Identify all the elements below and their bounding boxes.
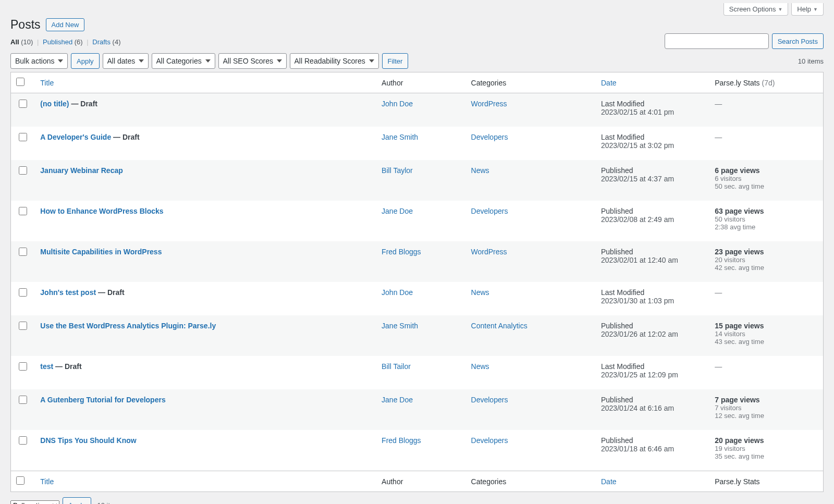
- author-link[interactable]: Fred Bloggs: [382, 248, 421, 256]
- date-status: Last Modified: [601, 100, 704, 108]
- screen-options-label: Screen Options: [729, 5, 776, 13]
- posts-table: Title Author Categories Date Parse.ly St…: [10, 72, 824, 492]
- filter-all-label[interactable]: All: [10, 38, 19, 46]
- table-row: Multisite Capabilities in WordPressFred …: [11, 241, 824, 282]
- category-link[interactable]: Content Analytics: [471, 322, 528, 330]
- help-button[interactable]: Help ▼: [791, 3, 824, 16]
- post-title-link[interactable]: Use the Best WordPress Analytics Plugin:…: [40, 322, 216, 330]
- col-title-header[interactable]: Title: [40, 79, 54, 87]
- category-link[interactable]: WordPress: [471, 248, 507, 256]
- stats-visitors: 6 visitors: [715, 175, 818, 182]
- post-title-link[interactable]: DNS Tips You Should Know: [40, 436, 136, 445]
- date-value: 2023/01/30 at 1:03 pm: [601, 297, 704, 305]
- readability-filter-select[interactable]: All Readability Scores: [290, 53, 379, 69]
- search-input[interactable]: [665, 33, 769, 49]
- date-status: Published: [601, 207, 704, 215]
- seo-filter-select[interactable]: All SEO Scores: [218, 53, 287, 69]
- date-status: Published: [601, 396, 704, 404]
- author-link[interactable]: Jane Smith: [382, 322, 418, 330]
- filter-published-link[interactable]: Published: [43, 38, 72, 46]
- date-value: 2023/01/24 at 6:16 am: [601, 404, 704, 412]
- row-checkbox[interactable]: [19, 133, 27, 141]
- row-checkbox[interactable]: [19, 288, 27, 297]
- post-title-link[interactable]: John's test post: [40, 288, 96, 297]
- category-link[interactable]: News: [471, 288, 489, 297]
- table-row: A Gutenberg Tutorial for DevelopersJane …: [11, 389, 824, 430]
- row-checkbox[interactable]: [19, 207, 27, 215]
- col-categories-footer: Categories: [466, 471, 596, 492]
- col-stats-header: Parse.ly Stats: [715, 79, 759, 87]
- author-link[interactable]: Jane Doe: [382, 207, 413, 215]
- row-checkbox[interactable]: [19, 322, 27, 330]
- post-title-link[interactable]: January Webinar Recap: [40, 166, 122, 175]
- row-checkbox[interactable]: [19, 166, 27, 175]
- category-link[interactable]: Developers: [471, 436, 508, 445]
- stats-empty: —: [715, 100, 722, 108]
- table-row: A Developer's Guide — DraftJane SmithDev…: [11, 127, 824, 160]
- author-link[interactable]: Bill Taylor: [382, 166, 413, 175]
- col-date-footer[interactable]: Date: [601, 477, 617, 486]
- stats-visitors: 19 visitors: [715, 445, 818, 452]
- stats-avg-time: 50 sec. avg time: [715, 182, 818, 190]
- row-checkbox[interactable]: [19, 248, 27, 256]
- add-new-button[interactable]: Add New: [46, 18, 85, 31]
- bulk-actions-select[interactable]: Bulk actions: [10, 53, 68, 69]
- stats-views: 20 page views: [715, 436, 818, 445]
- category-link[interactable]: Developers: [471, 207, 508, 215]
- table-row: (no title) — DraftJohn DoeWordPressLast …: [11, 93, 824, 127]
- row-checkbox[interactable]: [19, 100, 27, 108]
- filter-button[interactable]: Filter: [382, 53, 409, 69]
- col-author-footer: Author: [376, 471, 465, 492]
- col-stats-footer: Parse.ly Stats: [709, 471, 823, 492]
- category-link[interactable]: Developers: [471, 396, 508, 404]
- categories-filter-select[interactable]: All Categories: [152, 53, 215, 69]
- table-row: How to Enhance WordPress BlocksJane DoeD…: [11, 201, 824, 241]
- stats-views: 15 page views: [715, 322, 818, 330]
- category-link[interactable]: News: [471, 362, 489, 371]
- row-checkbox[interactable]: [19, 362, 27, 371]
- chevron-down-icon: ▼: [778, 7, 782, 12]
- apply-bulk-button[interactable]: Apply: [71, 53, 100, 69]
- post-title-link[interactable]: How to Enhance WordPress Blocks: [40, 207, 163, 215]
- post-title-link[interactable]: Multisite Capabilities in WordPress: [40, 248, 162, 256]
- dates-filter-select[interactable]: All dates: [103, 53, 149, 69]
- author-link[interactable]: Jane Doe: [382, 396, 413, 404]
- author-link[interactable]: John Doe: [382, 100, 413, 108]
- author-link[interactable]: Fred Bloggs: [382, 436, 421, 445]
- filter-all-count: (10): [21, 38, 33, 46]
- filter-drafts-link[interactable]: Drafts: [92, 38, 111, 46]
- row-checkbox[interactable]: [19, 396, 27, 404]
- select-all-checkbox[interactable]: [16, 78, 24, 86]
- post-title-link[interactable]: test: [40, 362, 53, 371]
- bulk-actions-select-bottom[interactable]: Bulk actions: [10, 500, 59, 505]
- apply-bulk-button-bottom[interactable]: Apply: [63, 497, 91, 504]
- col-date-header[interactable]: Date: [601, 79, 617, 87]
- help-label: Help: [797, 5, 811, 13]
- post-state: — Draft: [69, 100, 97, 108]
- table-row: January Webinar RecapBill TaylorNewsPubl…: [11, 160, 824, 201]
- search-posts-button[interactable]: Search Posts: [772, 33, 824, 49]
- items-count-bottom: 10 items: [97, 501, 123, 505]
- stats-avg-time: 35 sec. avg time: [715, 452, 818, 460]
- author-link[interactable]: Jane Smith: [382, 133, 418, 141]
- category-link[interactable]: News: [471, 166, 489, 175]
- col-title-footer[interactable]: Title: [40, 477, 54, 486]
- date-value: 2023/01/26 at 12:02 am: [601, 330, 704, 338]
- stats-avg-time: 43 sec. avg time: [715, 338, 818, 346]
- author-link[interactable]: John Doe: [382, 288, 413, 297]
- date-value: 2023/02/15 at 3:02 pm: [601, 141, 704, 150]
- date-value: 2023/01/18 at 6:46 am: [601, 445, 704, 453]
- row-checkbox[interactable]: [19, 436, 27, 445]
- post-title-link[interactable]: A Developer's Guide: [40, 133, 111, 141]
- post-title-link[interactable]: A Gutenberg Tutorial for Developers: [40, 396, 165, 404]
- table-row: Use the Best WordPress Analytics Plugin:…: [11, 315, 824, 356]
- screen-options-button[interactable]: Screen Options ▼: [723, 3, 789, 16]
- date-value: 2023/02/15 at 4:37 am: [601, 175, 704, 183]
- author-link[interactable]: Bill Tailor: [382, 362, 411, 371]
- select-all-checkbox-bottom[interactable]: [16, 476, 24, 485]
- category-link[interactable]: Developers: [471, 133, 508, 141]
- category-link[interactable]: WordPress: [471, 100, 507, 108]
- post-title-link[interactable]: (no title): [40, 100, 69, 108]
- date-status: Published: [601, 248, 704, 256]
- stats-visitors: 20 visitors: [715, 256, 818, 264]
